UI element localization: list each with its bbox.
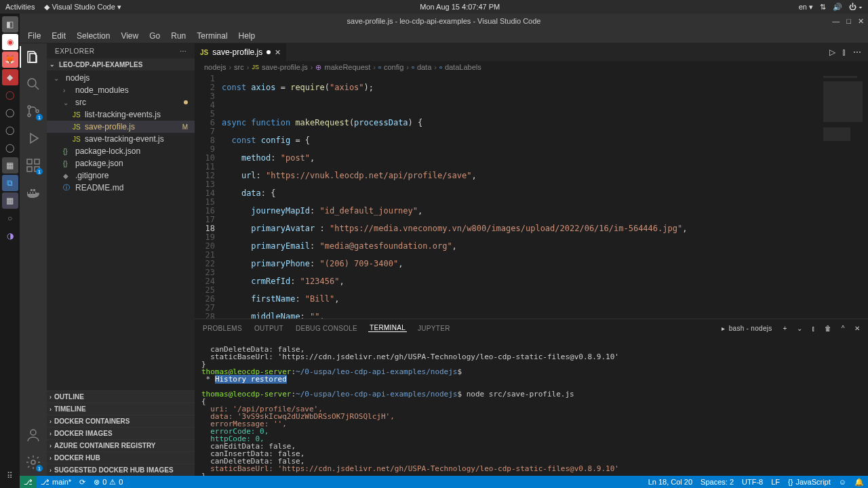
menu-run[interactable]: Run [167,30,190,42]
tree-file-gitignore[interactable]: ◆.gitignore [47,169,195,182]
terminal-dropdown-icon[interactable]: ⌄ [795,325,804,332]
window-maximize-icon[interactable]: □ [846,17,851,26]
activity-account-icon[interactable] [25,427,41,443]
lang-indicator[interactable]: en ▾ [799,3,813,12]
tree-folder-node-modules[interactable]: ›node_modules [47,84,195,96]
explorer-project-header[interactable]: ⌄LEO-CDP-API-EXAMPLES [47,58,195,70]
activity-docker-icon[interactable] [25,184,41,201]
terminal-split-icon[interactable]: ⫿ [810,325,816,332]
panel-tabs: PROBLEMS OUTPUT DEBUG CONSOLE TERMINAL J… [195,319,868,337]
menu-go[interactable]: Go [145,30,164,42]
tab-close-icon[interactable]: ✕ [275,48,281,57]
tree-file-list-tracking[interactable]: JSlist-tracking-events.js [47,108,195,121]
run-icon[interactable]: ▷ [829,47,835,57]
tree-file-readme[interactable]: ⓘREADME.md [47,182,195,194]
status-cursor[interactable]: Ln 18, Col 20 [644,478,696,487]
section-docker-hub[interactable]: ›DOCKER HUB [47,451,195,464]
tree-file-save-tracking[interactable]: JSsave-tracking-event.js [47,133,195,145]
panel-maximize-icon[interactable]: ^ [840,325,846,332]
status-eol[interactable]: LF [767,478,784,487]
section-outline[interactable]: ›OUTLINE [47,390,195,403]
dock-app-11[interactable]: ▦ [2,192,18,209]
window-minimize-icon[interactable]: — [832,17,840,26]
activities-button[interactable]: Activities [5,3,35,11]
status-indent[interactable]: Spaces: 2 [696,478,738,487]
dock-app-vscode[interactable]: ⧉ [2,175,18,191]
terminal-shell-label[interactable]: ▸ bash - nodejs [720,325,774,332]
tab-save-profile[interactable]: JS save-profile.js ✕ [195,43,287,61]
tree-folder-nodejs[interactable]: ⌄nodejs [47,72,195,84]
panel-tab-debug[interactable]: DEBUG CONSOLE [294,325,359,332]
window-close-icon[interactable]: ✕ [858,17,864,26]
dock-app-13[interactable]: ◑ [2,228,18,244]
power-icon[interactable]: ⏻ ▾ [849,3,863,11]
section-timeline[interactable]: ›TIMELINE [47,403,195,415]
dock-app-5[interactable]: ◯ [2,87,18,103]
section-azure[interactable]: ›AZURE CONTAINER REGISTRY [47,439,195,451]
status-remote[interactable]: ⎇ [20,476,37,488]
dock-app-9[interactable]: ▦ [2,157,18,174]
panel-tab-output[interactable]: OUTPUT [253,325,285,332]
tree-file-save-profile[interactable]: JSsave-profile.jsM [47,121,195,133]
dock-app-firefox[interactable]: 🦊 [2,52,18,68]
dock-show-apps[interactable]: ⠿ [2,468,18,484]
dock-app-1[interactable]: ◧ [2,16,18,33]
panel-tab-problems[interactable]: PROBLEMS [201,325,243,332]
menu-file[interactable]: File [24,30,45,42]
status-problems[interactable]: ⊗ 0 ⚠ 0 [90,478,127,487]
clock[interactable]: Mon Aug 15 4:07:47 PM [121,3,799,11]
status-feedback-icon[interactable]: ☺ [835,478,850,487]
panel-close-icon[interactable]: ✕ [853,325,861,332]
dock-app-6[interactable]: ◯ [2,104,18,121]
menubar: File Edit Selection View Go Run Terminal… [20,28,868,43]
network-icon[interactable]: ⇅ [820,3,826,12]
panel-tab-terminal[interactable]: TERMINAL [368,324,407,332]
activity-explorer-icon[interactable] [25,49,41,65]
terminal-kill-icon[interactable]: 🗑 [823,325,833,332]
tree-folder-src[interactable]: ⌄src [47,96,195,108]
status-branch[interactable]: ⎇ main* [37,478,75,487]
terminal-new-icon[interactable]: + [782,325,789,332]
menu-help[interactable]: Help [235,30,260,42]
breadcrumb[interactable]: nodejs› src› JS save-profile.js› ⊕ makeR… [195,61,868,73]
activity-search-icon[interactable] [25,76,41,92]
section-suggested[interactable]: ›SUGGESTED DOCKER HUB IMAGES [47,464,195,476]
svg-point-9 [31,460,35,464]
sidebar-more-icon[interactable]: ⋯ [180,47,187,55]
dock-app-8[interactable]: ◯ [2,140,18,156]
tree-file-package[interactable]: {}package.json [47,157,195,169]
activity-debug-icon[interactable] [25,130,41,146]
editor-tabs: JS save-profile.js ✕ ▷ ⫿ ⋯ [195,43,868,61]
menu-view[interactable]: View [117,30,142,42]
tree-file-package-lock[interactable]: {}package-lock.json [47,145,195,157]
status-notifications-icon[interactable]: 🔔 [850,478,868,487]
section-docker-containers[interactable]: ›DOCKER CONTAINERS [47,415,195,427]
dock-app-7[interactable]: ◯ [2,122,18,138]
activity-scm-icon[interactable]: 1 [25,103,41,119]
src-modified-dot [184,100,188,104]
status-encoding[interactable]: UTF-8 [738,478,767,487]
minimap[interactable] [821,73,868,319]
sidebar-title: EXPLORER ⋯ [47,43,195,58]
code-content: const axios = require("axios"); async fu… [222,73,868,319]
dock-app-chrome[interactable]: ◉ [2,34,18,50]
menu-selection[interactable]: Selection [73,30,114,42]
panel-tab-jupyter[interactable]: JUPYTER [416,325,452,332]
terminal-body[interactable]: canDeleteData: false, staticBaseUrl: 'ht… [195,337,868,476]
dock-app-12[interactable]: ○ [2,210,18,226]
code-editor[interactable]: 1234567891011121314151617181920212223242… [195,73,868,319]
menu-terminal[interactable]: Terminal [193,30,231,42]
activity-extensions-icon[interactable]: 1 [25,157,41,174]
status-language[interactable]: {} JavaScript [784,478,835,487]
menu-edit[interactable]: Edit [47,30,70,42]
dock-app-4[interactable]: ◆ [2,69,18,85]
line-gutter: 1234567891011121314151617181920212223242… [195,73,222,319]
activity-settings-icon[interactable]: 1 [25,454,41,470]
volume-icon[interactable]: 🔊 [833,3,842,12]
editor-more-icon[interactable]: ⋯ [853,47,861,57]
app-indicator[interactable]: ◆ Visual Studio Code ▾ [44,3,121,12]
split-editor-icon[interactable]: ⫿ [842,47,846,57]
status-sync[interactable]: ⟳ [75,478,90,487]
section-docker-images[interactable]: ›DOCKER IMAGES [47,427,195,439]
svg-point-1 [28,106,31,108]
